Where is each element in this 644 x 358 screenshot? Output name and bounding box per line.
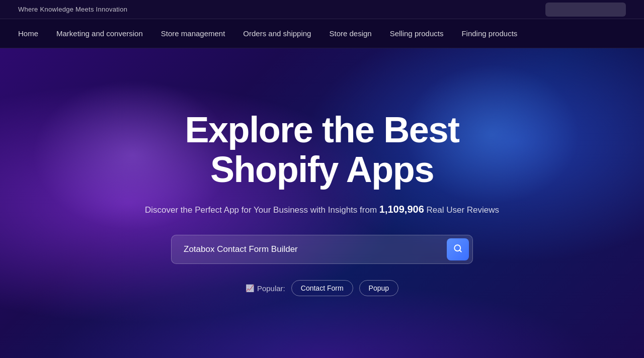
nav-link-finding[interactable]: Finding products [461,29,517,38]
top-bar: Where Knowledge Meets Innovation [0,0,644,19]
nav-link-selling[interactable]: Selling products [390,29,444,38]
nav-link-store-design[interactable]: Store design [329,29,371,38]
search-button[interactable] [447,238,469,260]
tag-popup[interactable]: Popup [359,280,398,296]
hero-title-line2: Shopify Apps [210,149,434,190]
top-bar-right-placeholder [545,3,626,17]
hero-subtitle: Discover the Perfect App for Your Busine… [145,202,499,217]
nav-item-selling[interactable]: Selling products [390,29,444,38]
nav-link-orders[interactable]: Orders and shipping [243,29,311,38]
tag-contact-form[interactable]: Contact Form [291,280,353,296]
hero-title: Explore the Best Shopify Apps [185,110,459,190]
nav-item-finding[interactable]: Finding products [461,29,517,38]
subtitle-suffix: Real User Reviews [424,205,499,215]
hero-section: Explore the Best Shopify Apps Discover t… [0,48,644,358]
nav-link-home[interactable]: Home [18,29,38,38]
nav-item-store-management[interactable]: Store management [161,29,225,38]
main-nav: Home Marketing and conversion Store mana… [0,19,644,48]
nav-item-marketing[interactable]: Marketing and conversion [56,29,143,38]
svg-line-1 [459,250,461,251]
popular-label: 📈 Popular: [246,284,285,293]
nav-link-store-management[interactable]: Store management [161,29,225,38]
search-container [171,235,473,264]
nav-link-marketing[interactable]: Marketing and conversion [56,29,143,38]
tagline: Where Knowledge Meets Innovation [18,6,127,13]
search-icon [453,244,462,255]
popular-text: Popular: [257,284,285,293]
nav-item-orders[interactable]: Orders and shipping [243,29,311,38]
review-count: 1,109,906 [379,204,424,215]
popular-row: 📈 Popular: Contact Form Popup [246,280,398,296]
trending-icon: 📈 [246,284,254,292]
search-input[interactable] [171,235,473,264]
hero-title-line1: Explore the Best [185,110,459,150]
nav-item-store-design[interactable]: Store design [329,29,371,38]
nav-item-home[interactable]: Home [18,29,38,38]
hero-content: Explore the Best Shopify Apps Discover t… [0,110,644,296]
nav-links: Home Marketing and conversion Store mana… [18,29,517,38]
subtitle-prefix: Discover the Perfect App for Your Busine… [145,205,379,215]
